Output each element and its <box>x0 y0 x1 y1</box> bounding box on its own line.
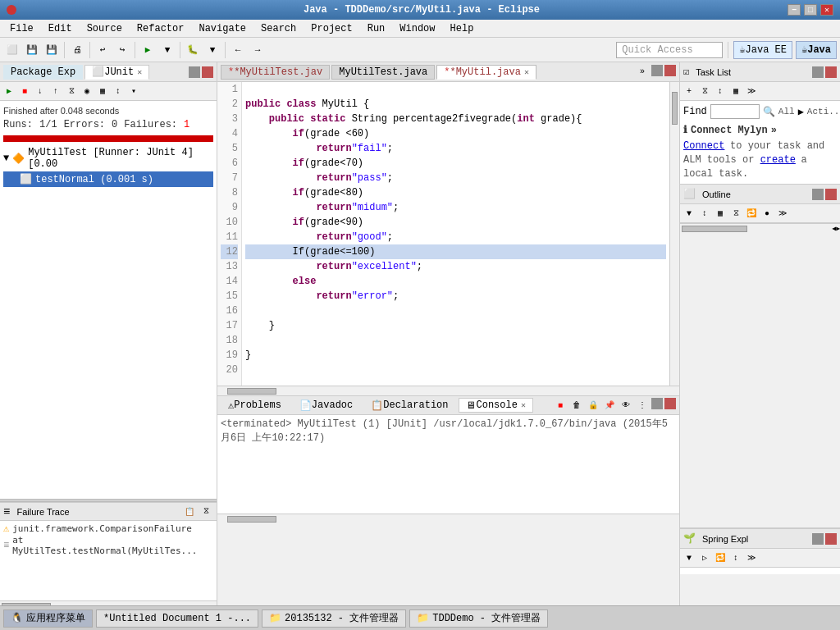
outline-group-btn[interactable]: ▦ <box>713 206 728 221</box>
redo-button[interactable]: ↪ <box>113 41 131 59</box>
left-panel-close[interactable] <box>202 66 213 78</box>
perspective-java[interactable]: ☕ Java <box>796 41 837 59</box>
outline-tab[interactable]: Outline <box>696 187 737 202</box>
console-scroll-lock[interactable]: 🔒 <box>586 398 600 413</box>
editor-scroll-thumb[interactable] <box>672 92 678 125</box>
run-dropdown[interactable]: ▼ <box>158 41 176 59</box>
outline-sort-btn[interactable]: ↕ <box>697 206 712 221</box>
spring-close-btn[interactable] <box>825 533 837 545</box>
run-button[interactable]: ▶ <box>139 41 157 59</box>
tab-console[interactable]: 🖥 Console ✕ <box>459 398 532 413</box>
taskbar-file-manager-2[interactable]: 📁 TDDDemo - 文件管理器 <box>409 609 548 628</box>
minimize-button[interactable]: − <box>788 4 801 16</box>
test-suite-row[interactable]: ▼ 🔶 MyUtilTest [Runner: JUnit 4] [0.00 <box>3 145 213 171</box>
editor-scrollbar-h[interactable] <box>217 386 679 395</box>
tab-declaration[interactable]: 📋 Declaration <box>363 398 455 413</box>
tab-package-explorer[interactable]: Package Exp <box>3 65 83 80</box>
outline-scroll-thumb[interactable] <box>682 226 747 232</box>
outline-min-btn[interactable] <box>812 189 824 200</box>
menu-file[interactable]: File <box>3 22 40 35</box>
editor-scrollbar-v[interactable] <box>669 82 679 386</box>
spring-min-btn[interactable] <box>812 533 824 545</box>
left-panel-min[interactable] <box>189 66 200 78</box>
undo-button[interactable]: ↩ <box>94 41 112 59</box>
failure-tab[interactable]: Failure Trace <box>10 505 75 518</box>
new-button[interactable]: ⬜ <box>3 41 21 59</box>
junit-prev-failure[interactable]: ↑ <box>48 84 63 98</box>
quick-access-box[interactable]: Quick Access <box>616 42 723 58</box>
editor-scroll-thumb-h[interactable] <box>227 388 276 395</box>
tab-junit[interactable]: ⬜ JUnit ✕ <box>84 65 149 80</box>
code-content[interactable]: public class MyUtil { public static Stri… <box>242 82 669 386</box>
menu-help[interactable]: Help <box>444 22 481 35</box>
task-group-btn[interactable]: ▦ <box>728 84 743 98</box>
console-view-btn[interactable]: 👁 <box>619 398 633 413</box>
save-all-button[interactable]: 💾 <box>43 41 61 59</box>
editor-min-btn[interactable] <box>651 65 663 76</box>
tab-problems[interactable]: ⚠ Problems <box>221 398 289 413</box>
find-input[interactable] <box>710 104 760 119</box>
task-filter-btn[interactable]: ⧖ <box>697 84 712 98</box>
outline-circle-btn[interactable]: ● <box>760 206 774 221</box>
failure-copy-btn[interactable]: 📋 <box>182 504 197 519</box>
task-close-btn[interactable] <box>825 66 837 78</box>
save-button[interactable]: 💾 <box>23 41 41 59</box>
find-all[interactable]: All <box>778 107 795 116</box>
test-case-row[interactable]: ⬜ testNormal (0.001 s) <box>3 171 213 187</box>
junit-run-btn[interactable]: ▶ <box>2 84 16 98</box>
taskbar-file-manager-1[interactable]: 📁 20135132 - 文件管理器 <box>262 609 406 628</box>
menu-project[interactable]: Project <box>304 22 358 35</box>
task-more-btn[interactable]: ≫ <box>744 84 759 98</box>
maximize-button[interactable]: □ <box>804 4 817 16</box>
spring-sort-btn[interactable]: ↕ <box>728 550 743 565</box>
junit-tab-close[interactable]: ✕ <box>137 67 142 77</box>
failure-filter-btn[interactable]: ⧖ <box>199 504 213 519</box>
junit-layout-btn[interactable]: ▦ <box>95 84 110 98</box>
console-scrollbar-h[interactable] <box>217 514 679 523</box>
console-close-btn[interactable] <box>664 398 676 409</box>
spring-more-btn[interactable]: ≫ <box>744 550 759 565</box>
back-button[interactable]: ← <box>229 41 247 59</box>
junit-more-btn[interactable]: ▾ <box>126 84 141 98</box>
tab-javadoc[interactable]: 📄 Javadoc <box>292 398 360 413</box>
outline-scrollbar-h[interactable]: ◀ ▶ <box>680 223 840 233</box>
print-button[interactable]: 🖨 <box>68 41 86 59</box>
forward-button[interactable]: → <box>249 41 267 59</box>
tab-myutil[interactable]: * *MyUtil.java ✕ <box>436 65 536 80</box>
console-more-btn[interactable]: ⋮ <box>635 398 650 413</box>
outline-filter-btn[interactable]: ⧖ <box>728 206 743 221</box>
console-min-btn[interactable] <box>651 398 663 409</box>
menu-navigate[interactable]: Navigate <box>192 22 253 35</box>
task-add-btn[interactable]: + <box>682 84 696 98</box>
editor-more-btn[interactable]: » <box>635 65 650 80</box>
menu-run[interactable]: Run <box>361 22 392 35</box>
task-list-tab[interactable]: Task List <box>689 65 737 80</box>
task-sort-btn[interactable]: ↕ <box>713 84 728 98</box>
code-editor[interactable]: 1 2 3 4 5 6 7 8 9 10 11 12 13 14 15 16 1… <box>217 82 679 386</box>
console-tab-close[interactable]: ✕ <box>521 400 526 410</box>
connect-link[interactable]: Connect <box>683 140 724 152</box>
menu-edit[interactable]: Edit <box>42 22 79 35</box>
console-pin-btn[interactable]: 📌 <box>602 398 617 413</box>
menu-window[interactable]: Window <box>393 22 441 35</box>
task-min-btn[interactable] <box>812 66 824 78</box>
junit-stop-btn[interactable]: ■ <box>17 84 32 98</box>
console-stop-btn[interactable]: ■ <box>553 398 568 413</box>
outline-sync-btn[interactable]: 🔁 <box>744 206 759 221</box>
tab-myutiltest-2[interactable]: MyUtilTest.java <box>331 65 435 80</box>
find-icon[interactable]: 🔍 <box>763 106 775 118</box>
editor-close-btn[interactable] <box>664 65 676 76</box>
debug-dropdown[interactable]: ▼ <box>203 41 221 59</box>
taskbar-app-menu[interactable]: 🐧 应用程序菜单 <box>3 609 93 628</box>
spring-refresh-btn[interactable]: 🔁 <box>713 550 728 565</box>
menu-source[interactable]: Source <box>80 22 129 35</box>
spring-collapse-btn[interactable]: ▷ <box>697 550 712 565</box>
console-scroll-thumb-h[interactable] <box>227 516 276 523</box>
junit-filter-btn[interactable]: ⧖ <box>64 84 79 98</box>
tab-myutiltest-1[interactable]: * *MyUtilTest.jav <box>221 65 330 80</box>
create-link[interactable]: create <box>760 154 796 166</box>
junit-history-btn[interactable]: ◉ <box>80 84 94 98</box>
outline-more-btn[interactable]: ≫ <box>775 206 790 221</box>
menu-refactor[interactable]: Refactor <box>130 22 191 35</box>
debug-button[interactable]: 🐛 <box>184 41 202 59</box>
